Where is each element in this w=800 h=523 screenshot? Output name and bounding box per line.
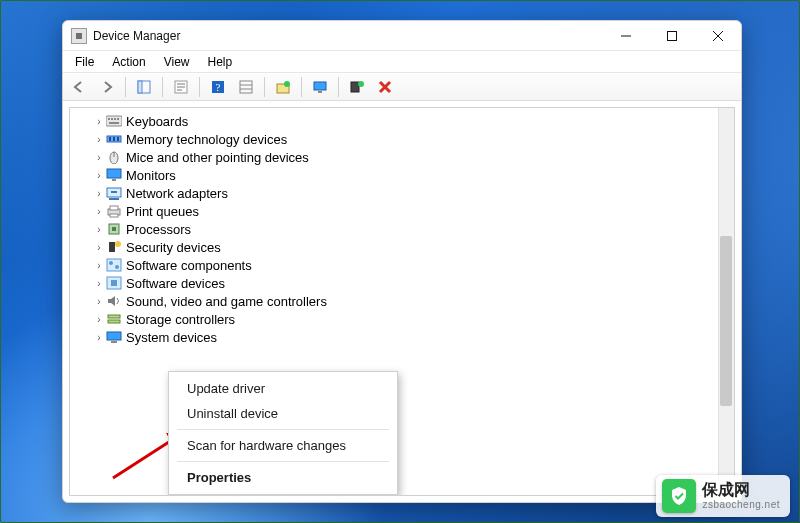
svg-rect-20	[111, 118, 113, 120]
vertical-scrollbar[interactable]	[718, 108, 734, 495]
devices-by-type-button[interactable]	[308, 75, 332, 99]
menu-help[interactable]: Help	[200, 53, 241, 71]
tree-node[interactable]: ›Storage controllers	[72, 310, 732, 328]
minimize-button[interactable]	[603, 21, 649, 51]
menu-action[interactable]: Action	[104, 53, 153, 71]
svg-rect-18	[106, 116, 122, 126]
expand-caret-icon[interactable]: ›	[94, 296, 104, 307]
menu-view[interactable]: View	[156, 53, 198, 71]
svg-rect-42	[107, 259, 121, 271]
forward-button[interactable]	[95, 75, 119, 99]
svg-rect-0	[668, 31, 677, 40]
tree-node-label: Monitors	[126, 168, 176, 183]
svg-rect-14	[314, 82, 326, 90]
svg-rect-5	[177, 86, 185, 88]
cpu-icon	[106, 222, 122, 236]
keyboard-icon	[106, 114, 122, 128]
monitor-icon	[106, 168, 122, 182]
toolbar-separator	[162, 77, 163, 97]
svg-rect-15	[318, 91, 322, 93]
tree-node[interactable]: ›Memory technology devices	[72, 130, 732, 148]
svg-rect-36	[110, 206, 118, 210]
svg-rect-31	[112, 179, 116, 181]
tree-node[interactable]: ›Security devices	[72, 238, 732, 256]
content-area: ›Keyboards›Memory technology devices›Mic…	[63, 101, 741, 502]
tree-node-label: System devices	[126, 330, 217, 345]
svg-point-17	[358, 81, 364, 87]
tree-node[interactable]: ›Sound, video and game controllers	[72, 292, 732, 310]
expand-caret-icon[interactable]: ›	[94, 278, 104, 289]
tree-node[interactable]: ›Network adapters	[72, 184, 732, 202]
tree-node-label: Software components	[126, 258, 252, 273]
expand-caret-icon[interactable]: ›	[94, 116, 104, 127]
svg-rect-50	[111, 341, 117, 343]
tree-node[interactable]: ›Processors	[72, 220, 732, 238]
expand-caret-icon[interactable]: ›	[94, 206, 104, 217]
toolbar-separator	[338, 77, 339, 97]
svg-rect-47	[108, 315, 120, 318]
monitor-icon	[313, 80, 327, 94]
tree-node[interactable]: ›System devices	[72, 328, 732, 346]
tree-node[interactable]: ›Print queues	[72, 202, 732, 220]
tree-node[interactable]: ›Keyboards	[72, 112, 732, 130]
expand-caret-icon[interactable]: ›	[94, 224, 104, 235]
details-button[interactable]	[234, 75, 258, 99]
context-menu-item-uninstall-device[interactable]: Uninstall device	[169, 401, 397, 426]
toolbar-separator	[199, 77, 200, 97]
context-menu-item-properties[interactable]: Properties	[169, 465, 397, 490]
menu-file[interactable]: File	[67, 53, 102, 71]
expand-caret-icon[interactable]: ›	[94, 152, 104, 163]
expand-caret-icon[interactable]: ›	[94, 188, 104, 199]
details-icon	[239, 80, 253, 94]
context-menu-item-scan-for-hardware-changes[interactable]: Scan for hardware changes	[169, 433, 397, 458]
tree-node[interactable]: ›Mice and other pointing devices	[72, 148, 732, 166]
context-menu-separator	[177, 461, 389, 462]
tree-node-label: Storage controllers	[126, 312, 235, 327]
show-hide-tree-icon	[137, 80, 151, 94]
back-button[interactable]	[67, 75, 91, 99]
maximize-button[interactable]	[649, 21, 695, 51]
toolbar-separator	[264, 77, 265, 97]
svg-rect-25	[109, 137, 111, 141]
window-title: Device Manager	[93, 29, 180, 43]
menubar: File Action View Help	[63, 51, 741, 73]
tree-node[interactable]: ›Monitors	[72, 166, 732, 184]
watermark-badge-icon	[662, 479, 696, 513]
scan-hardware-button[interactable]	[271, 75, 295, 99]
svg-rect-2	[138, 81, 142, 93]
app-icon	[71, 28, 87, 44]
device-tree[interactable]: ›Keyboards›Memory technology devices›Mic…	[72, 112, 732, 346]
svg-rect-19	[108, 118, 110, 120]
help-button[interactable]: ?	[206, 75, 230, 99]
expand-caret-icon[interactable]: ›	[94, 170, 104, 181]
svg-rect-49	[107, 332, 121, 340]
expand-caret-icon[interactable]: ›	[94, 242, 104, 253]
uninstall-toolbar-button[interactable]	[373, 75, 397, 99]
scan-hardware-icon	[276, 80, 290, 94]
properties-button[interactable]	[169, 75, 193, 99]
expand-caret-icon[interactable]: ›	[94, 314, 104, 325]
add-legacy-button[interactable]	[345, 75, 369, 99]
network-icon	[106, 186, 122, 200]
context-menu-item-update-driver[interactable]: Update driver	[169, 376, 397, 401]
svg-rect-40	[109, 242, 115, 252]
expand-caret-icon[interactable]: ›	[94, 134, 104, 145]
svg-text:?: ?	[216, 81, 221, 93]
context-menu: Update driverUninstall deviceScan for ha…	[168, 371, 398, 495]
tree-node-label: Security devices	[126, 240, 221, 255]
system-icon	[106, 330, 122, 344]
tree-node[interactable]: ›Software components	[72, 256, 732, 274]
tree-node-label: Keyboards	[126, 114, 188, 129]
tree-node[interactable]: ›Software devices	[72, 274, 732, 292]
svg-rect-27	[117, 137, 119, 141]
expand-caret-icon[interactable]: ›	[94, 332, 104, 343]
show-hide-tree-button[interactable]	[132, 75, 156, 99]
properties-icon	[174, 80, 188, 94]
svg-point-43	[109, 261, 113, 265]
context-menu-separator	[177, 429, 389, 430]
storage-icon	[106, 312, 122, 326]
close-button[interactable]	[695, 21, 741, 51]
forward-arrow-icon	[100, 80, 114, 94]
expand-caret-icon[interactable]: ›	[94, 260, 104, 271]
scrollbar-thumb[interactable]	[720, 236, 732, 406]
